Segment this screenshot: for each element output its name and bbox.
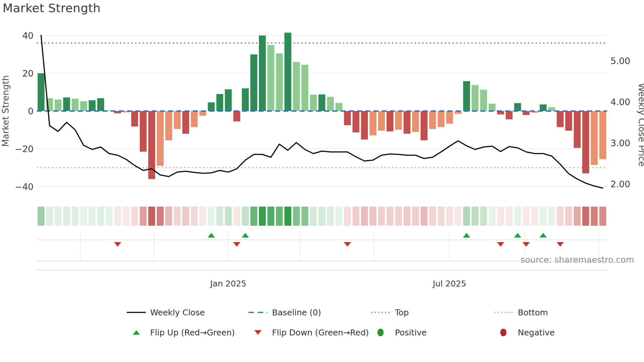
heatmap-cell bbox=[301, 207, 308, 226]
strength-bar bbox=[140, 111, 147, 152]
strength-bar bbox=[242, 88, 249, 111]
strength-bar bbox=[182, 111, 189, 134]
y-tick-label: 0 bbox=[28, 106, 34, 116]
strength-bar bbox=[353, 111, 359, 132]
heatmap-cell bbox=[353, 207, 359, 226]
heatmap-cell bbox=[480, 207, 487, 226]
heatmap-cell bbox=[242, 207, 249, 226]
legend-item-label: Baseline (0) bbox=[272, 308, 321, 317]
strength-bar bbox=[310, 95, 317, 111]
strength-bar bbox=[463, 81, 470, 111]
heatmap-cell bbox=[514, 207, 521, 226]
strength-bar bbox=[370, 111, 377, 135]
strength-bar bbox=[335, 103, 342, 111]
flip-up-marker bbox=[242, 233, 249, 238]
heatmap-cell bbox=[370, 207, 377, 226]
legend-item-label: Positive bbox=[395, 328, 426, 337]
strength-bar bbox=[259, 35, 266, 111]
strength-bar bbox=[157, 111, 164, 166]
heatmap-cell bbox=[565, 207, 572, 226]
heatmap-cell bbox=[38, 207, 45, 226]
heatmap-cell bbox=[446, 207, 453, 226]
y-tick-label: 40 bbox=[22, 31, 34, 41]
heatmap-cell bbox=[335, 207, 342, 226]
strength-bar bbox=[446, 111, 453, 124]
strength-bar bbox=[582, 111, 589, 173]
legend-item-label: Negative bbox=[518, 328, 555, 337]
heatmap-cell bbox=[140, 207, 147, 226]
source-text: source: sharemaestro.com bbox=[520, 255, 634, 265]
strength-bar bbox=[429, 111, 436, 129]
heatmap-cell bbox=[318, 207, 325, 226]
strength-bar bbox=[285, 33, 291, 111]
heatmap-cell bbox=[293, 207, 300, 226]
strength-bar bbox=[489, 104, 495, 111]
flip-down-marker bbox=[557, 242, 564, 247]
heatmap-cell bbox=[438, 207, 445, 226]
strength-bar bbox=[250, 55, 257, 111]
heatmap-cell bbox=[157, 207, 164, 226]
legend-triangle-down-icon bbox=[254, 330, 262, 335]
strength-bar bbox=[216, 94, 223, 111]
strength-bar bbox=[72, 99, 79, 111]
strength-bar bbox=[378, 111, 385, 131]
strength-bar bbox=[344, 111, 351, 125]
y-tick-label: 20 bbox=[22, 68, 34, 79]
strength-bar bbox=[174, 111, 181, 129]
heatmap-cell bbox=[310, 207, 317, 226]
strength-bar bbox=[361, 111, 368, 140]
heatmap-cell bbox=[429, 207, 436, 226]
strength-bar bbox=[327, 97, 334, 111]
heatmap-cell bbox=[174, 207, 181, 226]
y-tick-label: −20 bbox=[15, 144, 34, 154]
heatmap-cell bbox=[548, 207, 555, 226]
heatmap-cell bbox=[463, 207, 470, 226]
heatmap-cell bbox=[80, 207, 87, 226]
strength-bar bbox=[557, 111, 564, 127]
heatmap-cell bbox=[123, 207, 130, 226]
heatmap-cell bbox=[233, 207, 240, 226]
strength-bar bbox=[506, 111, 513, 119]
heatmap-cell bbox=[191, 207, 198, 226]
heatmap-cell bbox=[89, 207, 96, 226]
legend-item-label: Weekly Close bbox=[150, 308, 205, 317]
strength-bar bbox=[63, 98, 70, 111]
strength-bar bbox=[599, 111, 606, 159]
legend-item-label: Bottom bbox=[518, 308, 548, 317]
strength-bar bbox=[438, 111, 445, 127]
strength-bar bbox=[421, 111, 427, 140]
heatmap-cell bbox=[216, 207, 223, 226]
flip-down-marker bbox=[522, 242, 530, 247]
heatmap-cell bbox=[497, 207, 504, 226]
heatmap-cell bbox=[259, 207, 266, 226]
strength-bar bbox=[199, 111, 206, 116]
strength-bar bbox=[301, 65, 308, 111]
heatmap-cell bbox=[267, 207, 274, 226]
heatmap-cell bbox=[276, 207, 283, 226]
flip-down-marker bbox=[114, 242, 121, 247]
strength-bar bbox=[540, 104, 547, 111]
strength-bar bbox=[386, 111, 393, 131]
flip-down-marker bbox=[497, 242, 504, 247]
heatmap-cell bbox=[361, 207, 368, 226]
legend-item-label: Flip Down (Green→Red) bbox=[272, 328, 369, 337]
price-tick-label: 3.00 bbox=[610, 138, 630, 148]
heatmap-cell bbox=[523, 207, 530, 226]
strength-bar bbox=[80, 101, 87, 111]
x-tick-label: Jan 2025 bbox=[210, 279, 246, 288]
heatmap-cell bbox=[114, 207, 121, 226]
heatmap-cell bbox=[225, 207, 232, 226]
heatmap-cell bbox=[165, 207, 172, 226]
heatmap-cell bbox=[131, 207, 138, 226]
heatmap-cell bbox=[455, 207, 462, 226]
combo-chart: 40200−20−405.004.003.002.00Jan 2025Jul 2… bbox=[0, 0, 644, 362]
heatmap-cell bbox=[421, 207, 427, 226]
heatmap-cell bbox=[148, 207, 155, 226]
strength-bar bbox=[276, 54, 283, 111]
heatmap-cell bbox=[344, 207, 351, 226]
heatmap-cell bbox=[106, 207, 113, 226]
strength-bar bbox=[574, 111, 581, 148]
strength-bar bbox=[293, 62, 300, 111]
flip-up-marker bbox=[463, 233, 470, 238]
price-tick-label: 4.00 bbox=[610, 97, 630, 107]
